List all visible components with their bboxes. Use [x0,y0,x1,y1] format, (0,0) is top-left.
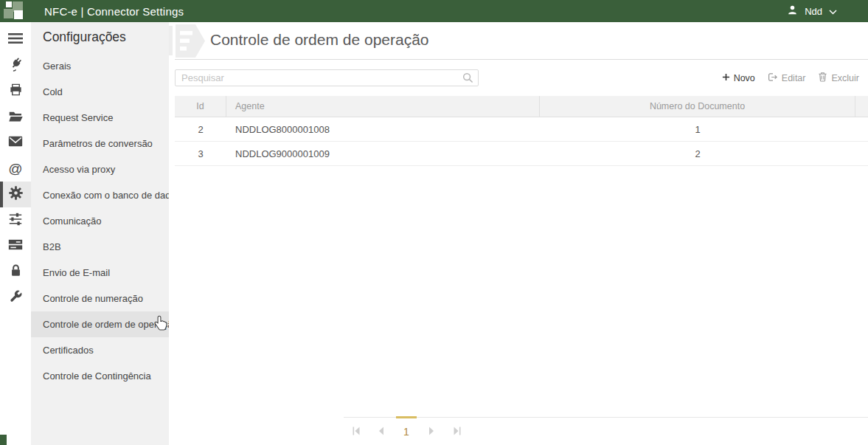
current-page-number: 1 [403,426,409,438]
rail-item-menu[interactable] [0,27,31,52]
current-page-indicator [396,416,417,418]
prev-page-icon [378,425,384,438]
rail-item-print[interactable] [0,78,31,104]
sidebar-item-b2b[interactable]: B2B [31,234,169,260]
logo-square [4,9,13,18]
rail-item-preferences[interactable] [0,207,31,233]
rail-item-security[interactable] [0,259,31,285]
sidebar-item-certificados[interactable]: Certificados [31,337,169,363]
next-page-button[interactable] [419,418,444,445]
page-title: Controle de ordem de operação [210,31,429,49]
wrench-icon [9,289,23,306]
plus-icon [722,73,730,83]
cell-numero-documento: 2 [540,148,855,159]
lock-icon [10,263,22,281]
search-box [175,69,479,86]
sidebar-item-parametros-conversao[interactable]: Parâmetros de conversão [31,131,169,156]
logo-square [6,1,12,7]
logo-square [14,10,23,19]
app-title: NFC-e | Connector Settings [44,5,184,18]
cell-agente: NDDLOG9000001009 [226,148,540,159]
delete-button[interactable]: Excluir [818,72,859,84]
first-page-icon [353,425,361,438]
cell-id: 3 [175,148,226,159]
printer-icon [9,83,23,100]
corner-accent [0,435,7,445]
cell-id: 2 [175,124,226,135]
app-logo [0,0,40,22]
rail-item-mail[interactable] [0,130,31,156]
rail-item-tools[interactable] [0,285,31,311]
delete-button-label: Excluir [831,73,859,83]
gear-icon [8,185,24,204]
new-button-label: Novo [734,73,755,83]
at-sign-icon: @ [8,161,22,177]
server-list-icon [8,238,23,254]
next-page-icon [428,425,434,438]
sidebar-item-comunicacao[interactable]: Comunicação [31,208,169,234]
plug-icon [8,57,23,75]
user-name: Ndd [805,6,822,17]
hamburger-menu-icon [8,33,23,46]
sidebar-item-envio-email[interactable]: Envio de E-mail [31,260,169,286]
column-header-numero-documento[interactable]: Número do Documento [540,96,855,117]
page-number-button[interactable]: 1 [394,418,419,445]
page-watermark-icon [169,24,206,60]
table-row[interactable]: 3 NDDLOG9000001009 2 [175,142,868,166]
search-icon [462,72,473,86]
trash-icon [818,72,827,84]
sidebar-item-conexao-banco[interactable]: Conexão com o banco de dados [31,182,169,208]
chevron-down-icon [829,4,837,18]
grid-pager: 1 1 - 2 de 2 itens [344,417,868,445]
user-icon [787,4,798,18]
toolbar-actions: Novo Editar Excluir [722,60,859,96]
sidebar-title: Configurações [31,22,169,49]
sidebar-item-cold[interactable]: Cold [31,79,169,105]
rail-item-settings[interactable] [0,182,31,207]
sidebar-item-acesso-proxy[interactable]: Acesso via proxy [31,156,169,182]
page-header: Controle de ordem de operação [169,22,868,60]
sidebar-item-controle-ordem-operacao[interactable]: Controle de ordem de operação [31,311,169,337]
sliders-icon [8,213,23,229]
column-header-agente[interactable]: Agente [226,96,540,117]
column-header-id[interactable]: Id [175,96,226,117]
data-grid: Id Agente Número do Documento 2 NDDLOG80… [175,96,868,166]
sidebar-item-controle-contingencia[interactable]: Controle de Contingência [31,363,169,389]
column-header-spacer [855,96,868,117]
edit-button[interactable]: Editar [768,72,806,84]
rail-item-files[interactable] [0,104,31,130]
edit-arrow-icon [768,72,778,84]
table-row[interactable]: 2 NDDLOG8000001008 1 [175,117,868,142]
envelope-icon [8,136,23,150]
icon-rail: @ [0,22,31,445]
grid-toolbar: Novo Editar Excluir [169,60,868,96]
app-window: NFC-e | Connector Settings Ndd [0,0,868,445]
last-page-button[interactable] [444,418,469,445]
grid-header-row: Id Agente Número do Documento [175,96,868,117]
sidebar-list: Gerais Cold Request Service Parâmetros d… [31,53,169,389]
folder-open-icon [8,109,24,125]
user-menu[interactable]: Ndd [787,4,868,18]
last-page-icon [453,425,461,438]
edit-button-label: Editar [782,73,806,83]
cell-agente: NDDLOG8000001008 [226,124,540,135]
prev-page-button[interactable] [369,418,394,445]
settings-sidebar: Configurações Gerais Cold Request Servic… [31,22,169,445]
rail-item-at[interactable]: @ [0,156,31,182]
rail-item-servers[interactable] [0,233,31,259]
search-input[interactable] [175,69,479,86]
sidebar-item-request-service[interactable]: Request Service [31,105,169,131]
sidebar-item-gerais[interactable]: Gerais [31,53,169,79]
header-bar: NFC-e | Connector Settings Ndd [0,0,868,22]
sidebar-item-controle-numeracao[interactable]: Controle de numeração [31,286,169,311]
cell-numero-documento: 1 [540,124,855,135]
main-panel: Controle de ordem de operação Novo [169,22,868,445]
rail-item-connectors[interactable] [0,52,31,78]
new-button[interactable]: Novo [722,73,755,83]
first-page-button[interactable] [344,418,369,445]
